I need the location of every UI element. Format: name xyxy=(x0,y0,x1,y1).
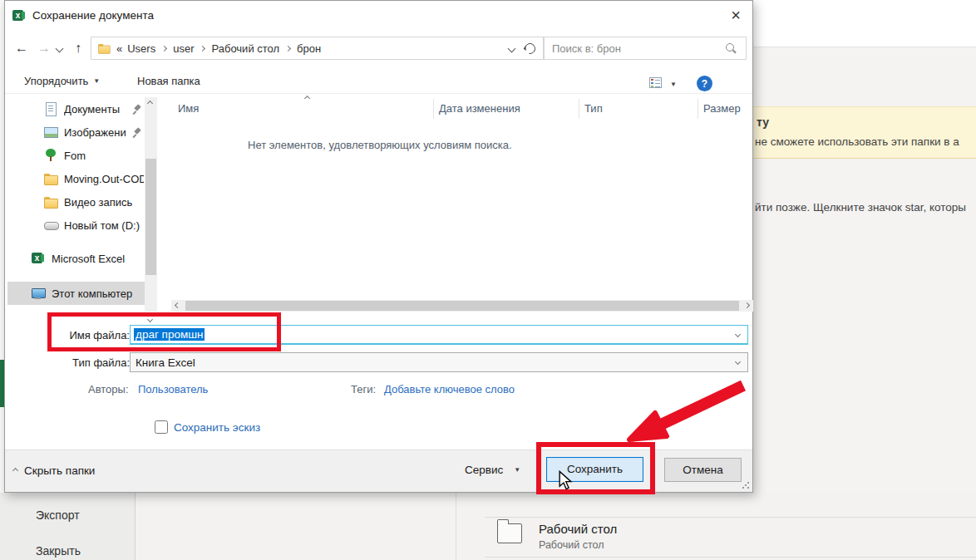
column-header[interactable]: Размер xyxy=(703,102,741,115)
sidebar-item[interactable]: Новый том (D:) xyxy=(7,214,145,237)
banner-title-fragment: ту xyxy=(757,115,769,129)
sidebar-item[interactable]: Moving.Out-COD xyxy=(7,167,145,190)
address-dropdown-icon[interactable] xyxy=(508,44,516,52)
sidebar-item[interactable]: Документы xyxy=(7,97,145,120)
authors-label: Авторы: xyxy=(88,383,129,395)
sort-ascending-icon xyxy=(304,96,310,101)
save-thumbnail-label: Сохранить эскиз xyxy=(174,421,260,434)
sidebar-item-label: Новый том (D:) xyxy=(64,219,140,232)
folder-tile-title[interactable]: Рабочий стол xyxy=(539,522,617,536)
change-view-icon[interactable] xyxy=(649,77,662,88)
column-header[interactable]: Тип xyxy=(584,102,603,115)
sidebar-item[interactable]: Этот компьютер xyxy=(7,282,145,305)
file-list: ИмяДата измененияТипРазмер Нет элементов… xyxy=(171,97,745,300)
sidebar-item[interactable]: Fom xyxy=(7,144,145,167)
scrollbar-thumb[interactable] xyxy=(185,301,739,311)
pin-icon xyxy=(132,127,142,138)
sidebar-item[interactable]: Видео запись xyxy=(7,190,145,214)
computer-icon xyxy=(32,287,45,300)
backstage-right-area: ту не сможете использовать эти папки в а… xyxy=(753,0,976,493)
divider xyxy=(485,557,976,558)
search-input[interactable] xyxy=(552,41,718,56)
sidebar-item-label: Видео запись xyxy=(64,196,132,209)
sidebar-item-label: Этот компьютер xyxy=(52,287,132,300)
image-icon xyxy=(44,125,57,139)
help-icon[interactable]: ? xyxy=(697,76,712,91)
caret-down-icon: ▼ xyxy=(93,77,100,85)
divider xyxy=(485,517,976,518)
navigation-pane: ДокументыИзображениFomMoving.Out-CODВиде… xyxy=(7,97,145,305)
new-folder-label: Новая папка xyxy=(137,75,200,87)
sidebar-item[interactable]: Изображени xyxy=(7,120,145,144)
sidebar-scrollbar[interactable] xyxy=(145,97,157,312)
divider xyxy=(456,493,456,560)
folder-icon xyxy=(44,172,57,185)
scrollbar-thumb[interactable] xyxy=(145,159,156,275)
drive-icon xyxy=(44,219,57,232)
breadcrumb-separator-icon[interactable] xyxy=(161,45,167,51)
authors-value-link[interactable]: Пользователь xyxy=(138,383,208,395)
scroll-left-icon[interactable] xyxy=(175,302,180,308)
scroll-up-icon[interactable] xyxy=(147,101,153,106)
column-header-row: ИмяДата измененияТипРазмер xyxy=(171,97,745,119)
column-header[interactable]: Дата изменения xyxy=(439,102,520,115)
organize-button[interactable]: Упорядочить ▼ xyxy=(24,75,100,87)
close-icon[interactable]: × xyxy=(724,4,747,26)
folder-icon xyxy=(44,195,57,209)
note-text-fragment: йти позже. Щелкните значок star, которы xyxy=(755,201,966,214)
tags-label: Теги: xyxy=(351,383,376,395)
backstage-menu-item[interactable]: Закрыть xyxy=(36,544,81,558)
tags-value-link[interactable]: Добавьте ключевое слово xyxy=(384,383,515,395)
view-caret-icon[interactable]: ▼ xyxy=(670,81,677,88)
filename-value-selected: драг промшн xyxy=(134,328,205,341)
address-bar[interactable]: « UsersuserРабочий столброн xyxy=(91,37,544,60)
tree-icon xyxy=(44,149,57,162)
dialog-titlebar: Сохранение документа × xyxy=(5,1,752,31)
folder-icon xyxy=(98,42,110,54)
filetype-label: Тип файла: xyxy=(55,356,130,369)
tools-dropdown[interactable]: Сервис ▼ xyxy=(465,464,520,476)
banner-text-fragment: не сможете использовать эти папки в а xyxy=(755,135,959,148)
excel-icon xyxy=(12,9,26,22)
pin-icon xyxy=(132,104,142,115)
sidebar-item-label: Microsoft Excel xyxy=(52,253,125,265)
save-button[interactable]: Сохранить xyxy=(546,457,643,482)
save-document-dialog: Сохранение документа × ← → ↑ « Usersuser… xyxy=(4,0,753,493)
filename-input[interactable]: драг промшн xyxy=(130,325,748,345)
navigation-row: ← → ↑ « UsersuserРабочий столброн xyxy=(5,36,752,61)
refresh-icon[interactable] xyxy=(522,41,537,56)
dialog-footer: Скрыть папки Сервис ▼ Сохранить Отмена xyxy=(5,449,752,492)
filetype-select[interactable]: Книга Excel xyxy=(130,352,748,372)
column-header[interactable]: Имя xyxy=(178,102,199,115)
document-icon xyxy=(44,102,57,115)
chevron-down-icon[interactable] xyxy=(735,359,741,365)
sidebar-item-label: Moving.Out-COD xyxy=(64,173,144,185)
cancel-button[interactable]: Отмена xyxy=(664,458,742,482)
recent-locations-icon[interactable] xyxy=(56,45,64,53)
up-button[interactable]: ↑ xyxy=(75,39,81,57)
warning-banner: ту не сможете использовать эти папки в а xyxy=(753,106,976,159)
backstage-menu: ЭкспортЗакрыть xyxy=(0,493,136,560)
horizontal-scrollbar[interactable] xyxy=(171,300,753,312)
breadcrumb-item[interactable]: Users xyxy=(127,42,155,55)
sidebar-item-label: Fom xyxy=(64,150,86,162)
back-button[interactable]: ← xyxy=(15,39,28,57)
breadcrumb-item[interactable]: user xyxy=(173,42,194,55)
backstage-menu-item[interactable]: Экспорт xyxy=(36,508,80,522)
breadcrumb-item[interactable]: брон xyxy=(297,42,321,55)
save-thumbnail-checkbox[interactable] xyxy=(155,420,168,434)
breadcrumb-separator-icon[interactable] xyxy=(200,45,205,51)
scroll-right-icon[interactable] xyxy=(744,302,750,308)
tools-label: Сервис xyxy=(465,464,503,476)
hide-folders-button[interactable]: Скрыть папки xyxy=(13,464,95,477)
new-folder-button[interactable]: Новая папка xyxy=(137,75,200,87)
breadcrumb-separator-icon[interactable] xyxy=(285,45,291,51)
resize-grip[interactable] xyxy=(742,481,750,489)
folder-outline-icon xyxy=(497,523,522,543)
chevron-down-icon[interactable] xyxy=(735,332,741,337)
scroll-down-icon[interactable] xyxy=(147,317,153,322)
hide-folders-label: Скрыть папки xyxy=(24,464,95,477)
breadcrumb-item[interactable]: Рабочий стол xyxy=(211,42,279,55)
sidebar-item[interactable]: Microsoft Excel xyxy=(7,247,145,270)
breadcrumb-ellipsis[interactable]: « xyxy=(116,42,122,55)
